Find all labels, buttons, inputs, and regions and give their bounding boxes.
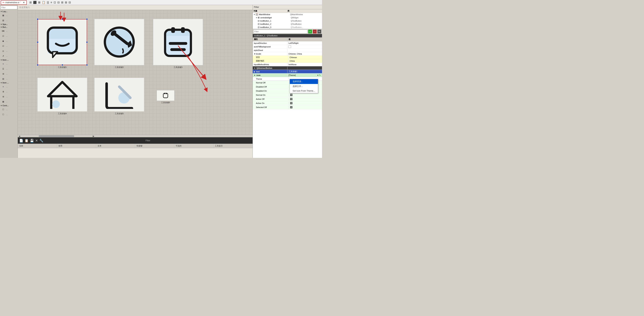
tool-btn-5-wrapper[interactable]: 工具按键5 <box>94 78 144 119</box>
prop-row-region[interactable]: 国家/地区 China <box>253 59 322 63</box>
handle-br[interactable] <box>86 64 88 66</box>
widget-filter-input[interactable] <box>0 6 17 9</box>
tool-btn-5-box[interactable] <box>94 78 144 112</box>
toolbar-icon-9[interactable]: ⊞ <box>60 0 64 5</box>
toolbar-icon-4[interactable]: 📋 <box>41 0 46 5</box>
handle-tl[interactable] <box>37 18 38 20</box>
prop-val-autofill[interactable] <box>288 45 322 48</box>
widget-category-item-widgets[interactable]: ▼ Item ... <box>0 81 17 84</box>
tool-btn-6-wrapper[interactable]: 工具按键6 <box>157 90 174 106</box>
widget-item-layout2[interactable]: ▥ ... <box>0 18 17 23</box>
tool-btn-3-wrapper[interactable]: 工具按键3 <box>153 19 203 72</box>
tab-arrows[interactable]: ⌃ <box>20 2 21 4</box>
prop-row-normal-on[interactable]: Normal On 🖼 <box>253 93 322 97</box>
prop-remove-button[interactable]: − <box>313 30 317 34</box>
tool-btn-2-box[interactable] <box>94 19 144 65</box>
prop-row-icon[interactable]: ▼ icon [Theme] ▾ ✎ <box>253 73 322 77</box>
locale-arrow[interactable]: ▼ <box>254 53 256 55</box>
toolbar-icon-2[interactable]: ⬛ <box>32 0 37 5</box>
prop-edit-button[interactable]: ✏ <box>317 30 321 34</box>
widget-item-list[interactable]: ≡ ... <box>0 61 17 66</box>
obj-row-toolbutton1[interactable]: ⊡ toolButton_1 QToolButton <box>257 19 322 23</box>
widget-item-layout1[interactable]: ▦ ... <box>0 13 17 18</box>
close-icon[interactable]: ✕ <box>23 1 25 4</box>
prop-row-language[interactable]: 语言 Chinese <box>253 56 322 59</box>
tool-btn-1-box[interactable] <box>38 19 87 65</box>
obj-filter-input[interactable] <box>260 6 321 8</box>
widget-category-containers[interactable]: ▼ Cont... <box>0 104 17 107</box>
widget-item-table[interactable]: ⊞ ... <box>0 71 17 76</box>
action-icon-5[interactable]: 🔧 <box>39 139 43 142</box>
file-tab[interactable]: ✏ mainwindow.ui ⌃ ✕ <box>1 0 27 5</box>
text-arrow[interactable]: ▶ <box>254 71 255 73</box>
prop-row-autofill[interactable]: autoFillBackground <box>253 45 322 49</box>
handle-tm[interactable] <box>62 18 63 20</box>
prop-row-layout-dir[interactable]: layoutDirection LeftToRight <box>253 41 322 45</box>
toolbar-icon-11[interactable]: ⊟ <box>68 0 72 5</box>
tool-btn-2-wrapper[interactable]: 工具按键2 <box>94 19 144 72</box>
scroll-right-arrow[interactable]: ▶ <box>92 135 95 137</box>
prop-row-stylesheet[interactable]: styleSheet <box>253 49 322 52</box>
scroll-left-arrow[interactable]: ◀ <box>18 135 21 137</box>
ctx-item-resource[interactable]: 选择资源... <box>290 79 318 84</box>
icon-edit-btn[interactable]: ✎ <box>319 74 321 77</box>
tool-btn-6-box[interactable] <box>157 90 174 101</box>
tool-btn-4-wrapper[interactable]: 工具按键4 <box>38 78 87 119</box>
widget-item-radio[interactable]: ◉ ... <box>0 39 17 44</box>
action-icon-1[interactable]: 📄 <box>19 139 23 142</box>
ctx-item-theme[interactable]: Set Icon From Theme... <box>290 89 318 93</box>
toolbar-icon-5[interactable]: ||| <box>46 1 50 5</box>
widget-item-col[interactable]: ▤ ... <box>0 76 17 81</box>
handle-mr[interactable] <box>86 41 88 43</box>
prop-filter-input[interactable] <box>254 30 308 34</box>
widget-category-layouts[interactable]: ▼ Lay... <box>0 10 17 13</box>
widget-item-tree[interactable]: ☰ ... <box>0 66 17 71</box>
action-icon-2[interactable]: 📋 <box>24 139 28 142</box>
widget-item-dial[interactable]: ◎ ... <box>0 49 17 54</box>
tool-btn-1-wrapper[interactable]: 工具按键1 <box>38 19 87 72</box>
toolbar-icon-1[interactable]: ⊞ <box>29 0 32 5</box>
obj-row-toolbutton2[interactable]: ⊡ toolButton_2 QToolButton <box>257 23 322 26</box>
action-icon-3[interactable]: 💾 <box>30 139 34 142</box>
canvas-content[interactable]: 工具按键1 <box>18 10 252 135</box>
prop-row-text[interactable]: ▶ text 工具按键1 <box>253 70 322 73</box>
obj-row-mainwindow[interactable]: ▼ 🪟 MainWindow QMainWindow <box>253 13 322 16</box>
handle-ml[interactable] <box>37 41 38 43</box>
icon-dropdown-arrow[interactable]: ▾ <box>317 74 318 76</box>
prop-row-qabstractbutton[interactable]: ▼ QAbstractButton <box>253 66 322 70</box>
widget-item-close[interactable]: ✗ ... <box>0 54 17 58</box>
widget-item-check2[interactable]: ☑ ... <box>0 44 17 49</box>
tool-btn-4-box[interactable] <box>38 78 87 112</box>
toolbar-icon-10[interactable]: ⊞ <box>64 0 68 5</box>
obj-row-centralwidget[interactable]: ▼ ⊞ centralwidget QWidget <box>255 16 322 19</box>
prop-row-active-on[interactable]: Active On 🖼 <box>253 101 322 105</box>
prop-row-active-off[interactable]: Active Off 🖼 <box>253 97 322 101</box>
widget-item-ok[interactable]: OK ... <box>0 29 17 34</box>
handle-tr[interactable] <box>86 18 88 20</box>
canvas-hscrollbar[interactable]: ◀ ▶ <box>18 135 252 137</box>
prop-row-input-hints[interactable]: inputMethodHints ImhNone <box>253 63 322 66</box>
handle-bm[interactable] <box>62 64 63 66</box>
scroll-thumb-h[interactable] <box>39 135 74 137</box>
toolbar-icon-6[interactable]: ≡ <box>50 1 53 5</box>
prop-add-button[interactable]: + <box>308 30 312 34</box>
widget-item-checkbox[interactable]: ☑ ... <box>0 34 17 39</box>
qabstractbutton-arrow[interactable]: ▼ <box>254 67 256 69</box>
autofill-checkbox[interactable] <box>288 46 291 48</box>
tool-btn-3-box[interactable] <box>153 19 203 65</box>
ctx-item-file[interactable]: 选择文件... <box>290 84 318 89</box>
icon-arrow[interactable]: ▼ <box>254 74 256 76</box>
widget-item-c1[interactable]: ☐ ... <box>0 107 17 112</box>
widget-item-c2[interactable]: ☐ ... <box>0 112 17 117</box>
obj-row-toolbutton3[interactable]: ⊡ toolButton_3 QToolButton... <box>257 26 322 29</box>
prop-row-theme[interactable]: Theme 选择资源... 选择文件... Set Icon From Them… <box>253 77 322 81</box>
widget-item-w4[interactable]: ▦ ... <box>0 99 17 104</box>
toolbar-icon-3[interactable]: ⊠ <box>38 0 41 5</box>
widget-category-item-views[interactable]: ▼ Item ... <box>0 58 17 61</box>
toolbar-icon-7[interactable]: ⊡ <box>53 0 56 5</box>
prop-val-icon[interactable]: [Theme] ▾ ✎ <box>288 73 322 77</box>
widget-category-buttons[interactable]: ▼ But... <box>0 26 17 29</box>
prop-row-selected-off[interactable]: Selected Off 🖼 <box>253 105 322 109</box>
widget-item-w2[interactable]: ≣ ... <box>0 89 17 94</box>
widget-category-spacers[interactable]: ▼ Spa... <box>0 23 17 26</box>
